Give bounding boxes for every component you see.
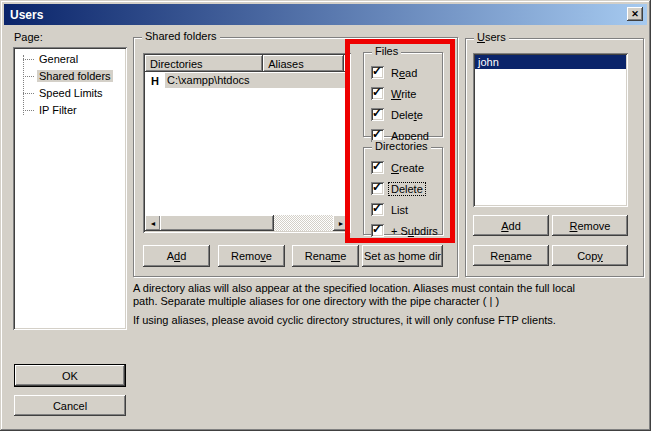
page-item-label[interactable]: IP Filter — [37, 104, 79, 116]
button-label: Copy — [577, 250, 603, 262]
rename-user-button[interactable]: Rename — [473, 245, 549, 266]
remove-folder-button[interactable]: Remove — [218, 245, 285, 267]
add-folder-button[interactable]: Add — [143, 245, 210, 267]
label-pre: Rena — [305, 250, 331, 262]
set-as-home-dir-button[interactable]: Set as home dir — [362, 245, 443, 267]
label-post: ome dir — [404, 250, 441, 262]
checkmark-icon: ✓ — [372, 106, 382, 120]
checkbox-list[interactable]: ✓ — [371, 203, 384, 216]
checkmark-icon: ✓ — [372, 201, 382, 215]
checkbox-delete-dir[interactable]: ✓ — [371, 182, 384, 195]
checkbox-label: Delete — [389, 183, 425, 195]
tree-connector — [23, 59, 34, 60]
checkbox-subdirs[interactable]: ✓ — [371, 224, 384, 237]
label-post: e — [417, 109, 423, 121]
tree-connector — [23, 93, 34, 94]
checkmark-icon: ✓ — [372, 85, 382, 99]
checkbox-label: Create — [389, 162, 426, 174]
label-pre: R — [391, 67, 399, 79]
users-listbox[interactable]: john — [473, 53, 628, 207]
column-header-aliases[interactable]: Aliases — [263, 55, 344, 72]
label-post: sers — [485, 31, 506, 43]
label-accel: m — [331, 250, 340, 262]
title-bar[interactable]: Users — [4, 4, 647, 25]
button-label: Add — [501, 220, 521, 232]
button-label: Remove — [570, 220, 611, 232]
page-item-shared-folders[interactable]: Shared folders — [15, 68, 125, 85]
checkbox-row-delete-dir[interactable]: ✓ Delete — [364, 178, 442, 199]
checkbox-label: Read — [389, 67, 419, 79]
alias-description-line2: path. Separate multiple aliases for one … — [133, 295, 499, 307]
checkbox-read[interactable]: ✓ — [371, 66, 384, 79]
checkmark-icon: ✓ — [372, 180, 382, 194]
checkbox-row-list[interactable]: ✓ List — [364, 199, 442, 220]
label-accel: U — [477, 31, 485, 43]
shared-folders-group-label: Shared folders — [142, 30, 220, 42]
checkmark-icon: ✓ — [372, 159, 382, 173]
label-pre: List — [391, 204, 408, 216]
users-listbox-inner: john — [475, 55, 626, 205]
checkmark-icon: ✓ — [372, 222, 382, 236]
label-accel: C — [391, 162, 399, 174]
checkbox-label: Write — [389, 88, 418, 100]
checkmark-icon: ✓ — [372, 64, 382, 78]
label-pre: + S — [391, 225, 408, 237]
label-post: e — [340, 250, 346, 262]
checkbox-row-create[interactable]: ✓ Create — [364, 157, 442, 178]
scroll-left-button[interactable]: ◄ — [145, 215, 161, 231]
checkbox-delete-files[interactable]: ✓ — [371, 108, 384, 121]
label-pre: Set as — [364, 250, 398, 262]
page-label: Page: — [14, 31, 43, 43]
ok-button[interactable]: OK — [14, 364, 126, 387]
close-icon: ✕ — [631, 9, 639, 19]
checkbox-row-write[interactable]: ✓ Write — [364, 83, 442, 104]
label-post: dd — [509, 220, 521, 232]
page-list[interactable]: General Shared folders Speed Limits IP F… — [13, 47, 127, 330]
tree-connector — [23, 110, 34, 111]
label-post: d — [180, 250, 186, 262]
checkmark-icon: ✓ — [372, 127, 382, 141]
page-item-speed-limits[interactable]: Speed Limits — [15, 85, 125, 102]
copy-user-button[interactable]: Copy — [552, 245, 628, 266]
tree-connector — [23, 76, 34, 77]
remove-user-button[interactable]: Remove — [552, 215, 628, 236]
close-button[interactable]: ✕ — [627, 7, 643, 21]
listview-header: Directories Aliases — [145, 55, 349, 72]
horizontal-scrollbar[interactable]: ◄ ► — [145, 215, 349, 231]
label-accel: A — [501, 220, 508, 232]
label-post: emove — [577, 220, 610, 232]
list-item-user-john[interactable]: john — [475, 55, 626, 69]
label-post: rite — [401, 88, 416, 100]
scroll-right-button[interactable]: ► — [333, 215, 349, 231]
page-tree: General Shared folders Speed Limits IP F… — [15, 51, 125, 119]
checkbox-label: List — [389, 204, 410, 216]
users-group-label: Users — [474, 31, 509, 43]
rename-folder-button[interactable]: Rename — [292, 245, 359, 267]
page-item-ip-filter[interactable]: IP Filter — [15, 102, 125, 119]
user-name: john — [478, 56, 499, 68]
checkbox-row-subdirs[interactable]: ✓ + Subdirs — [364, 220, 442, 241]
listview-inner: Directories Aliases H C:\xampp\htdocs ◄ … — [145, 55, 349, 231]
users-dialog: Users ✕ Page: General Shared folders Spe… — [0, 0, 651, 431]
page-item-label[interactable]: Speed Limits — [37, 87, 105, 99]
label-accel: W — [391, 88, 401, 100]
checkbox-create-dir[interactable]: ✓ — [371, 161, 384, 174]
shared-folders-listview[interactable]: Directories Aliases H C:\xampp\htdocs ◄ … — [143, 53, 351, 233]
scrollbar-thumb[interactable] — [160, 215, 274, 231]
directory-path[interactable]: C:\xampp\htdocs — [165, 73, 349, 88]
checkbox-row-delete-files[interactable]: ✓ Delete — [364, 104, 442, 125]
page-item-general[interactable]: General — [15, 51, 125, 68]
label-post: bdirs — [414, 225, 438, 237]
column-header-directories[interactable]: Directories — [145, 55, 263, 72]
page-item-label[interactable]: General — [37, 53, 80, 65]
checkbox-write[interactable]: ✓ — [371, 87, 384, 100]
table-row[interactable]: H C:\xampp\htdocs — [145, 72, 349, 89]
checkbox-row-read[interactable]: ✓ Read — [364, 62, 442, 83]
add-user-button[interactable]: Add — [473, 215, 549, 236]
label-pre: Delete — [391, 183, 423, 195]
cancel-button[interactable]: Cancel — [14, 395, 126, 416]
label-pre: Remo — [231, 250, 260, 262]
page-item-label[interactable]: Shared folders — [37, 70, 113, 82]
home-directory-marker: H — [145, 75, 165, 87]
label-pre: Cop — [577, 250, 597, 262]
